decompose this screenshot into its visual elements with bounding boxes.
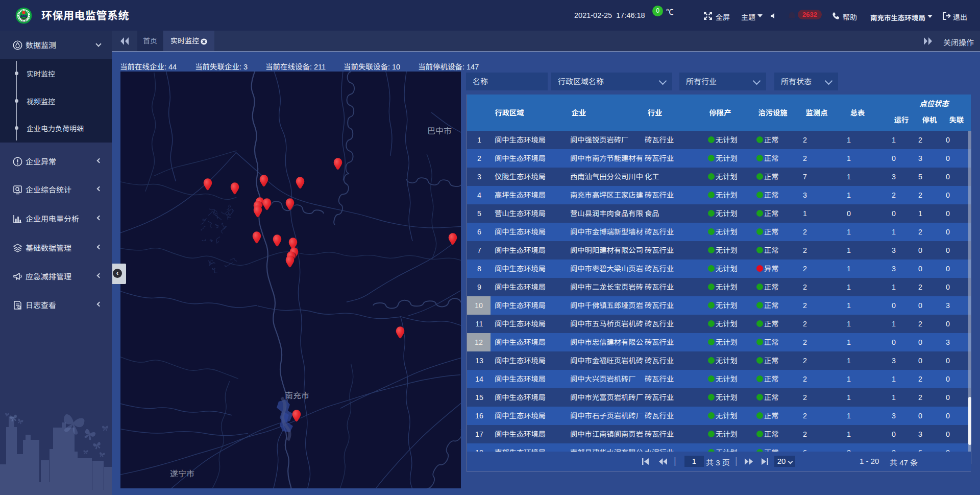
svg-text:巴中市: 巴中市 <box>427 127 452 135</box>
svg-text:南充市: 南充市 <box>285 391 309 400</box>
svg-text:遂宁市: 遂宁市 <box>170 469 194 478</box>
